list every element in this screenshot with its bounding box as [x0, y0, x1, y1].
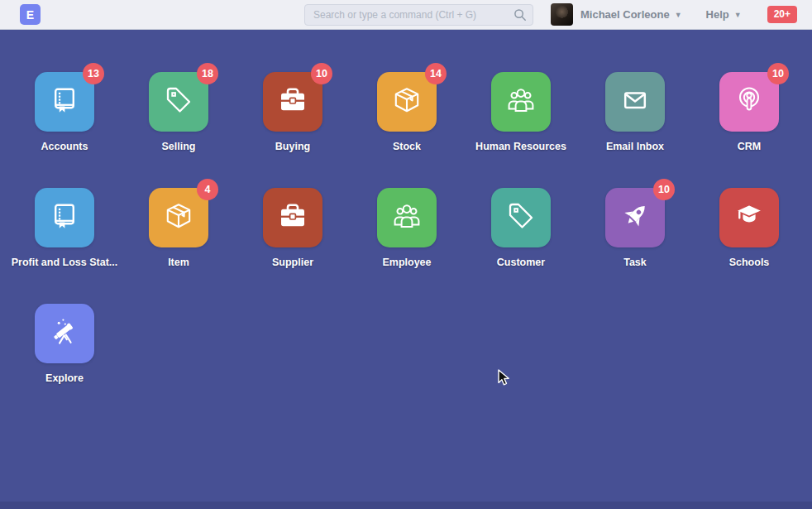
- app-tile[interactable]: [35, 304, 94, 363]
- global-search: [304, 4, 533, 26]
- app-logo[interactable]: E: [20, 4, 41, 25]
- app-tile[interactable]: [491, 188, 551, 247]
- rocket-icon: [619, 199, 652, 236]
- app-shortcut-task[interactable]: 10Task: [578, 188, 692, 304]
- app-tile[interactable]: 18: [149, 72, 208, 132]
- app-tile[interactable]: [605, 72, 665, 132]
- app-shortcut-explore[interactable]: Explore: [7, 304, 122, 420]
- tag-icon: [504, 199, 537, 236]
- mail-icon: [619, 84, 652, 120]
- footer-strip: [0, 502, 812, 509]
- app-shortcut-crm[interactable]: 10CRM: [692, 72, 806, 188]
- navbar-right-cluster: Michael Corleone ▼ Help ▼ 20+: [551, 0, 797, 29]
- notification-count-badge: 4: [197, 179, 218, 200]
- search-input[interactable]: [304, 4, 533, 26]
- app-label: Supplier: [272, 257, 313, 268]
- app-label: Accounts: [41, 141, 88, 152]
- organization-icon: [390, 199, 423, 236]
- app-label: Task: [623, 257, 647, 268]
- app-label: Explore: [45, 372, 84, 384]
- app-label: Item: [168, 257, 189, 268]
- user-name: Michael Corleone: [580, 8, 670, 21]
- app-tile[interactable]: 10: [719, 72, 779, 132]
- search-icon[interactable]: [513, 8, 527, 22]
- app-tile[interactable]: 10: [605, 188, 665, 247]
- app-label: Schools: [729, 257, 770, 268]
- app-shortcut-customer[interactable]: Customer: [464, 188, 578, 304]
- notification-count-badge: 18: [197, 63, 218, 84]
- app-tile[interactable]: 4: [149, 188, 208, 247]
- app-label: Stock: [393, 141, 421, 152]
- app-tile[interactable]: 10: [263, 72, 322, 132]
- package-icon: [162, 199, 195, 236]
- app-shortcut-employee[interactable]: Employee: [350, 188, 464, 304]
- app-tile[interactable]: 13: [35, 72, 94, 132]
- briefcase-icon: [276, 84, 309, 120]
- app-tile[interactable]: [491, 72, 551, 132]
- app-label: Customer: [497, 257, 545, 268]
- app-grid: 13Accounts 18Selling 10Buying 14Stock Hu…: [7, 72, 812, 420]
- app-label: Profit and Loss Stat...: [12, 257, 118, 268]
- app-shortcut-item[interactable]: 4Item: [122, 188, 236, 304]
- briefcase-icon: [276, 199, 309, 236]
- repo-book-icon: [48, 199, 81, 236]
- notification-count-badge: 13: [83, 63, 104, 84]
- notification-count-badge: 14: [425, 63, 447, 84]
- user-avatar[interactable]: [551, 3, 573, 26]
- top-navbar: E Michael Corleone ▼ Help ▼ 20+: [0, 0, 812, 30]
- app-tile[interactable]: [35, 188, 94, 247]
- app-shortcut-supplier[interactable]: Supplier: [236, 188, 350, 304]
- app-label: Human Resources: [475, 141, 566, 152]
- app-label: Selling: [162, 141, 196, 152]
- user-menu[interactable]: Michael Corleone ▼: [580, 8, 682, 21]
- chevron-down-icon: ▼: [734, 11, 742, 19]
- app-label: Email Inbox: [606, 141, 664, 152]
- app-shortcut-stock[interactable]: 14Stock: [350, 72, 464, 188]
- mortar-board-icon: [733, 199, 766, 236]
- app-shortcut-email-inbox[interactable]: Email Inbox: [578, 72, 692, 188]
- app-shortcut-buying[interactable]: 10Buying: [236, 72, 350, 188]
- notification-count-badge: 10: [767, 63, 789, 84]
- app-tile[interactable]: [377, 188, 437, 247]
- notification-count-badge: 10: [311, 63, 332, 84]
- app-tile[interactable]: 14: [377, 72, 437, 132]
- broadcast-icon: [733, 84, 766, 120]
- app-shortcut-accounts[interactable]: 13Accounts: [7, 72, 122, 188]
- app-shortcut-selling[interactable]: 18Selling: [122, 72, 236, 188]
- notifications-button[interactable]: 20+: [767, 6, 797, 23]
- app-tile[interactable]: [263, 188, 322, 247]
- app-shortcut-human-resources[interactable]: Human Resources: [464, 72, 578, 188]
- app-shortcut-schools[interactable]: Schools: [692, 188, 806, 304]
- package-icon: [390, 84, 423, 120]
- notification-count-badge: 10: [653, 179, 675, 200]
- app-label: Employee: [382, 257, 431, 268]
- chevron-down-icon: ▼: [675, 11, 682, 19]
- app-shortcut-profit-and-loss-stat[interactable]: Profit and Loss Stat...: [7, 188, 122, 304]
- app-label: CRM: [738, 141, 761, 152]
- repo-book-icon: [48, 84, 81, 120]
- tag-icon: [162, 84, 195, 120]
- organization-icon: [504, 84, 537, 120]
- help-label: Help: [706, 8, 729, 21]
- app-label: Buying: [275, 141, 310, 152]
- desktop: 13Accounts 18Selling 10Buying 14Stock Hu…: [0, 30, 812, 509]
- telescope-icon: [48, 315, 81, 352]
- app-tile[interactable]: [719, 188, 779, 247]
- help-menu[interactable]: Help ▼: [706, 8, 742, 21]
